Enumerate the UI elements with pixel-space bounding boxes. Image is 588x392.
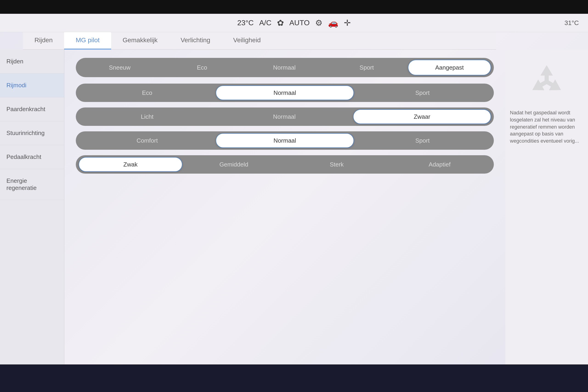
regen-sterk[interactable]: Sterk xyxy=(285,157,388,172)
right-panel-text: Nadat het gaspedaal wordt losgelaten zal… xyxy=(510,109,584,145)
regen-selector: Zwak Gemiddeld Sterk Adaptief xyxy=(76,155,494,174)
regen-zwak[interactable]: Zwak xyxy=(78,157,182,172)
settings-icon: ✛ xyxy=(344,18,351,28)
steering-normaal[interactable]: Normaal xyxy=(216,109,353,124)
pedal-comfort[interactable]: Comfort xyxy=(78,133,216,148)
navigation-tabs: Rijden MG pilot Gemakkelijk Verlichting … xyxy=(23,32,496,50)
drive-mode-sneeuw[interactable]: Sneeuw xyxy=(78,60,161,75)
fan-icon: ✿ xyxy=(277,18,284,28)
ac-status: A/C xyxy=(259,18,271,27)
car-icon: 🚗 xyxy=(328,18,338,28)
menu-rijmodi[interactable]: Rijmodi xyxy=(0,74,64,97)
tab-verlichting[interactable]: Verlichting xyxy=(169,32,222,49)
drive-mode-sport[interactable]: Sport xyxy=(326,60,408,75)
center-settings: Sneeuw Eco Normaal Sport Aangepast Eco xyxy=(64,50,505,364)
left-menu: Rijden Rijmodi Paardenkracht Stuurinrich… xyxy=(0,50,64,364)
recycling-icon xyxy=(524,59,570,105)
menu-rijden[interactable]: Rijden xyxy=(0,50,64,74)
steering-zwaar[interactable]: Zwaar xyxy=(353,109,491,124)
car-display-screen: 23°C A/C ✿ AUTO ⚙ 🚗 ✛ 31°C Rijden MG pil… xyxy=(0,14,588,364)
motor-sport[interactable]: Sport xyxy=(354,86,491,100)
tab-gemakkelijk[interactable]: Gemakkelijk xyxy=(111,32,169,49)
status-bar: 23°C A/C ✿ AUTO ⚙ 🚗 ✛ 31°C xyxy=(0,14,588,32)
steering-selector: Licht Normaal Zwaar xyxy=(76,108,494,126)
pedal-normaal[interactable]: Normaal xyxy=(216,133,354,148)
fan-mode: AUTO xyxy=(290,18,310,27)
regen-gemiddeld[interactable]: Gemiddeld xyxy=(182,157,285,172)
drive-mode-selector: Sneeuw Eco Normaal Sport Aangepast xyxy=(76,58,494,77)
nav-icon: ⚙ xyxy=(315,18,322,28)
drive-mode-aangepast[interactable]: Aangepast xyxy=(408,60,491,75)
drive-mode-normaal[interactable]: Normaal xyxy=(243,60,326,75)
top-bezel xyxy=(0,0,588,14)
tab-veiligheid[interactable]: Veiligheid xyxy=(222,32,272,49)
menu-stuurinrichting[interactable]: Stuurinrichting xyxy=(0,121,64,145)
menu-pedaalkracht[interactable]: Pedaalkracht xyxy=(0,145,64,169)
motor-selector: Eco Normaal Sport xyxy=(76,84,494,102)
tab-rijden[interactable]: Rijden xyxy=(23,32,64,49)
bottom-bezel xyxy=(0,364,588,392)
pedal-sport[interactable]: Sport xyxy=(354,133,491,148)
menu-energie-regeneratie[interactable]: Energie regeneratie xyxy=(0,169,64,200)
temperature-display: 23°C xyxy=(237,18,254,27)
right-panel: Nadat het gaspedaal wordt losgelaten zal… xyxy=(505,50,588,364)
outside-temp: 31°C xyxy=(564,19,579,27)
motor-normaal[interactable]: Normaal xyxy=(216,86,354,100)
steering-licht[interactable]: Licht xyxy=(78,109,216,124)
pedal-selector: Comfort Normaal Sport xyxy=(76,131,494,150)
motor-eco[interactable]: Eco xyxy=(78,86,216,100)
tab-mg-pilot[interactable]: MG pilot xyxy=(64,32,111,49)
drive-mode-eco[interactable]: Eco xyxy=(161,60,243,75)
regen-adaptief[interactable]: Adaptief xyxy=(388,157,491,172)
menu-paardenkracht[interactable]: Paardenkracht xyxy=(0,97,64,121)
content-area: Rijden Rijmodi Paardenkracht Stuurinrich… xyxy=(0,50,588,364)
